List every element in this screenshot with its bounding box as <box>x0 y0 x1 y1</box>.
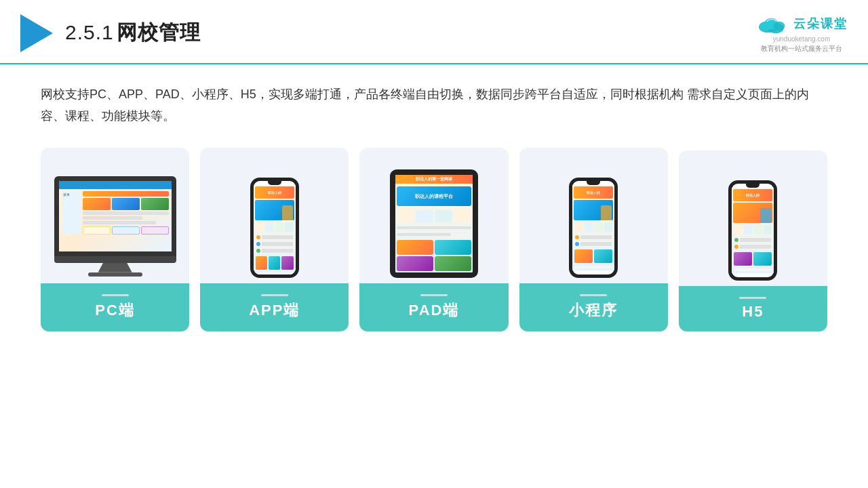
monitor-chin <box>54 256 176 263</box>
header: 2.5.1网校管理 云朵课堂 yunduoketang.com 教育机构一站式服… <box>0 0 868 64</box>
card-h5-label: H5 <box>679 286 827 331</box>
miniprogram-phone-mockup: 职达人的 <box>567 178 620 278</box>
tablet-frame: 职达人的第一堂网课 职达人的课程平台 <box>390 169 478 278</box>
card-h5-image: 职达人的 <box>679 150 827 286</box>
logo-triangle-icon <box>20 14 53 52</box>
card-pc-image: 菜单 <box>41 148 189 283</box>
phone-screen-app: 职达人的 <box>254 185 296 277</box>
monitor-stand <box>98 263 132 272</box>
card-pad-image: 职达人的第一堂网课 职达人的课程平台 <box>359 148 508 283</box>
card-pad-label: PAD端 <box>359 283 508 331</box>
svg-point-4 <box>774 22 785 30</box>
brand-name-cn: 云朵课堂 <box>793 16 848 32</box>
app-phone-mockup: 职达人的 <box>248 178 301 278</box>
h5-phone-mockup: 职达人的 <box>726 180 779 281</box>
miniprogram-phone-screen: 职达人的 <box>572 185 614 270</box>
card-pc-label: PC端 <box>41 283 189 331</box>
brand-logo: 云朵课堂 yunduoketang.com 教育机构一站式服务云平台 <box>755 12 848 54</box>
card-pc: 菜单 <box>41 148 189 331</box>
pc-mockup: 菜单 <box>52 176 178 277</box>
svg-point-3 <box>760 22 772 30</box>
h5-phone-screen: 职达人的 <box>732 188 774 273</box>
miniprogram-phone-frame: 职达人的 <box>569 178 618 278</box>
main-content: 网校支持PC、APP、PAD、小程序、H5，实现多端打通，产品各终端自由切换，数… <box>0 64 868 345</box>
card-miniprogram-image: 职达人的 <box>519 148 668 283</box>
card-app-label: APP端 <box>200 283 349 331</box>
platform-cards: 菜单 <box>41 148 827 331</box>
tablet-screen: 职达人的第一堂网课 职达人的课程平台 <box>395 175 473 272</box>
brand-url: yunduoketang.com <box>773 35 831 43</box>
header-left: 2.5.1网校管理 <box>20 14 201 52</box>
card-app: 职达人的 <box>200 148 349 331</box>
card-h5: 职达人的 <box>679 150 827 331</box>
page-title: 2.5.1网校管理 <box>65 19 201 47</box>
cloud-logo: 云朵课堂 <box>755 12 848 35</box>
description-text: 网校支持PC、APP、PAD、小程序、H5，实现多端打通，产品各终端自由切换，数… <box>41 83 827 127</box>
cloud-icon <box>755 12 789 35</box>
monitor-frame: 菜单 <box>54 176 176 256</box>
monitor-base <box>88 272 142 277</box>
card-miniprogram-label: 小程序 <box>519 283 668 331</box>
phone-frame-app: 职达人的 <box>250 178 299 278</box>
monitor-screen: 菜单 <box>59 181 172 251</box>
tablet-mockup: 职达人的第一堂网课 职达人的课程平台 <box>390 169 478 278</box>
card-pad: 职达人的第一堂网课 职达人的课程平台 <box>359 148 508 331</box>
card-miniprogram: 职达人的 <box>519 148 668 331</box>
brand-tagline: 教育机构一站式服务云平台 <box>761 44 842 54</box>
card-app-image: 职达人的 <box>200 148 349 283</box>
h5-phone-frame: 职达人的 <box>728 180 777 281</box>
